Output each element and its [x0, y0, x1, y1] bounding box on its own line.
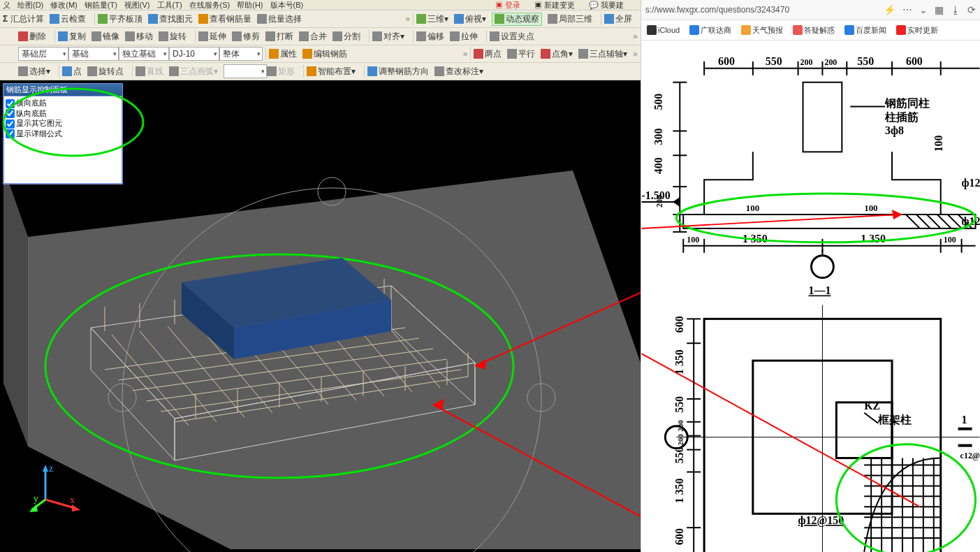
btn-pt-angle[interactable]: 点角▾ [541, 48, 573, 60]
menu-tools[interactable]: 工具(T) [157, 0, 182, 10]
btn-batch-select[interactable]: 批量选择 [257, 13, 302, 25]
btn-rect[interactable]: 矩形 [267, 66, 295, 78]
weather-icon [741, 25, 751, 35]
side-icon [454, 14, 464, 24]
svg-text:600: 600 [718, 55, 735, 67]
btn-parallel[interactable]: 平行 [507, 48, 535, 60]
dd-floor[interactable]: 基础层 [18, 47, 68, 61]
more-icon[interactable]: ⋯ [902, 4, 912, 15]
svg-text:200: 200 [800, 57, 813, 67]
menu-version[interactable]: 版本号(B) [270, 0, 304, 10]
url-text[interactable]: s://www.fwxgx.com/questions/3243470 [645, 5, 884, 15]
btn-view-rebar[interactable]: 查看钢筋量 [198, 13, 251, 25]
dd-category[interactable]: 基础 [68, 47, 119, 61]
svg-text:100: 100 [944, 235, 956, 245]
cloud-icon [50, 14, 59, 24]
download-icon[interactable]: ⭳ [951, 4, 960, 15]
menu-wantbuild[interactable]: 💬 我要建 [589, 0, 631, 10]
btn-copy[interactable]: 复制 [58, 31, 86, 43]
browser-content[interactable]: 600 550 200 200 550 600 [641, 41, 980, 552]
btn-sum[interactable]: Σ 汇总计算 [3, 13, 44, 25]
btn-rotate-point[interactable]: 旋转点 [87, 66, 124, 78]
btn-select[interactable]: 选择▾ [18, 66, 50, 78]
dd-whole[interactable]: 整体 [219, 47, 263, 61]
btn-stretch[interactable]: 拉伸 [450, 31, 478, 43]
svg-text:-1.500: -1.500 [641, 189, 670, 201]
menu-view[interactable]: 视图(V) [124, 0, 150, 10]
stretch-icon [450, 31, 460, 41]
btn-trim[interactable]: 修剪 [232, 31, 260, 43]
svg-text:1 350: 1 350 [673, 349, 685, 375]
bm-weather[interactable]: 天气预报 [741, 25, 783, 36]
btn-smart-layout[interactable]: 智能布置▾ [307, 66, 356, 78]
menu-online[interactable]: 在线服务(S) [189, 0, 231, 10]
menu-draw[interactable]: 绘图(D) [17, 0, 43, 10]
flat-icon [98, 14, 108, 24]
svg-point-152 [836, 444, 975, 552]
batch-icon [257, 14, 267, 24]
btn-local-3d[interactable]: 局部三维 [548, 13, 592, 25]
btn-split[interactable]: 分割 [332, 31, 360, 43]
dd-component[interactable]: DJ-10 [169, 47, 219, 61]
chk-hbar[interactable]: 横向底筋 [6, 98, 120, 108]
btn-merge[interactable]: 合并 [299, 31, 327, 43]
bm-icloud[interactable]: iCloud [647, 25, 680, 35]
btn-3d[interactable]: 三维▾ [416, 13, 448, 25]
bm-qa[interactable]: 答疑解惑 [793, 25, 835, 36]
chk-formula[interactable]: 显示详细公式 [6, 129, 120, 139]
svg-text:ф12@: ф12@ [962, 215, 980, 228]
svg-rect-76 [803, 82, 842, 152]
menu-help[interactable]: 帮助(H) [237, 0, 263, 10]
menu-login[interactable]: ▣ 登录 [495, 0, 527, 10]
btn-rotate[interactable]: 旋转 [159, 31, 187, 43]
menu-modify[interactable]: 修改(M) [50, 0, 78, 10]
btn-offset[interactable]: 偏移 [416, 31, 444, 43]
btn-two-point[interactable]: 两点 [474, 48, 502, 60]
btn-arc[interactable]: 三点画弧▾ [169, 66, 218, 78]
btn-extend[interactable]: 延伸 [198, 31, 226, 43]
btn-mirror[interactable]: 镜像 [92, 31, 119, 43]
menu-newchange[interactable]: ▣ 新建变更 [534, 0, 582, 10]
chk-other[interactable]: 显示其它图元 [6, 118, 120, 129]
refresh-icon[interactable]: ⟳ [967, 4, 976, 15]
btn-find-elem[interactable]: 查找图元 [148, 13, 193, 25]
btn-three-pt-aux[interactable]: 三点辅轴▾ [578, 48, 627, 60]
btn-adjust-rebar-dir[interactable]: 调整钢筋方向 [367, 66, 429, 78]
btn-dynamic-view[interactable]: 动态观察 [492, 13, 542, 26]
svg-text:100: 100 [687, 235, 699, 245]
dd-type[interactable]: 独立基础 [119, 47, 169, 61]
move-icon [125, 31, 135, 41]
btn-cloud-check[interactable]: 云检查 [50, 13, 86, 25]
svg-text:1—1: 1—1 [809, 285, 831, 297]
menu-rebar[interactable]: 钢筋量(T) [85, 0, 117, 10]
svg-point-120 [811, 256, 833, 278]
btn-edit-rebar[interactable]: 编辑钢筋 [302, 48, 347, 60]
grid-icon[interactable]: ▦ [935, 4, 944, 15]
bm-glian[interactable]: 广联达商 [689, 25, 731, 36]
btn-fullscreen[interactable]: 全屏 [604, 13, 632, 25]
btn-align[interactable]: 对齐▾ [372, 31, 404, 43]
btn-move[interactable]: 移动 [125, 31, 153, 43]
svg-text:ф12@: ф12@ [962, 177, 980, 189]
btn-point[interactable]: 点 [62, 66, 82, 78]
mirror-icon [92, 31, 101, 41]
btn-break[interactable]: 打断 [265, 31, 293, 43]
btn-flat-top[interactable]: 平齐板顶 [98, 13, 142, 25]
menu-def[interactable]: 义 [3, 0, 10, 10]
svg-text:200: 200 [676, 434, 685, 446]
btn-modify-note[interactable]: 查改标注▾ [434, 66, 483, 78]
cube-icon [416, 14, 426, 24]
chk-vbar[interactable]: 纵向底筋 [6, 108, 120, 119]
btn-line[interactable]: 直线 [136, 66, 163, 78]
bm-baidu[interactable]: 百度新闻 [844, 25, 886, 36]
down-icon[interactable]: ⌄ [919, 4, 928, 15]
btn-sideview[interactable]: 俯视▾ [454, 13, 486, 25]
btn-attr[interactable]: 属性 [269, 48, 297, 60]
bm-realtime[interactable]: 实时更新 [896, 25, 938, 36]
dd-blank[interactable] [224, 64, 267, 78]
btn-setpoint[interactable]: 设置夹点 [490, 31, 534, 43]
arc-icon [169, 66, 179, 76]
btn-delete[interactable]: 删除 [18, 31, 46, 43]
viewport-3d[interactable]: 钢筋显示控制面板 横向底筋 纵向底筋 显示其它图元 显示详细公式 z x y [0, 80, 641, 552]
lightning-icon[interactable]: ⚡ [884, 4, 895, 15]
